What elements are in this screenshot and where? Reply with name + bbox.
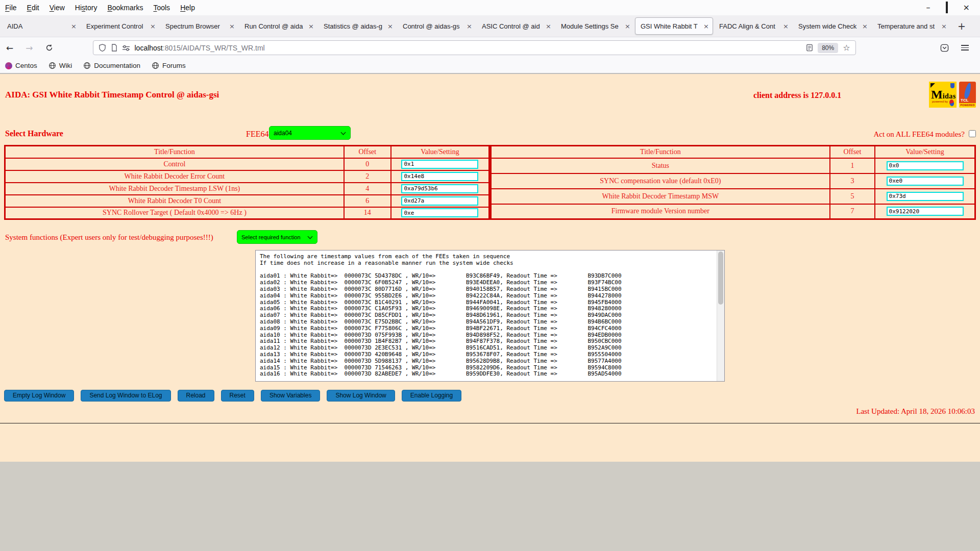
browser-tab[interactable]: ASIC Control @ aid ×: [477, 17, 555, 35]
select-hardware-label: Select Hardware: [5, 129, 63, 138]
tcl-logo-word: TCL: [961, 98, 969, 103]
tab-close-icon[interactable]: ×: [780, 22, 789, 30]
register-value-input[interactable]: [401, 196, 478, 206]
control-button[interactable]: Enable Logging: [402, 390, 461, 402]
browser-tab[interactable]: Statistics @ aidas-g ×: [318, 17, 397, 35]
register-value-input[interactable]: [401, 160, 478, 169]
midas-logo[interactable]: Midas powered by: [929, 82, 957, 108]
tcl-powered-logo[interactable]: TCL POWERED: [959, 82, 976, 108]
url-bar[interactable]: localhost:8015/AIDA/TS_WR/TS_WR.tml 80% …: [93, 40, 856, 55]
register-row: Status 1: [491, 158, 975, 173]
browser-tab[interactable]: AIDA ×: [2, 17, 80, 35]
tab-close-icon[interactable]: ×: [464, 22, 472, 30]
browser-tab[interactable]: Temperature and st ×: [872, 17, 950, 35]
bookmark-star-icon[interactable]: ☆: [843, 43, 850, 53]
control-button[interactable]: Send Log Window to ELog: [81, 390, 170, 402]
tab-close-icon[interactable]: ×: [939, 22, 947, 30]
toolbar-right: [940, 44, 980, 52]
forward-button[interactable]: →: [19, 43, 39, 53]
fee64-label: FEE64: [246, 130, 268, 139]
control-button[interactable]: Show Variables: [261, 390, 321, 402]
system-functions-select[interactable]: Select required function: [237, 230, 317, 244]
browser-tab[interactable]: Module Settings Se ×: [556, 17, 634, 35]
fee64-select[interactable]: aida04: [269, 126, 351, 140]
tracking-shield-icon[interactable]: [99, 44, 106, 52]
window-controls: – ×: [926, 4, 980, 12]
menu-item[interactable]: Tools: [148, 0, 175, 15]
register-value-input[interactable]: [887, 192, 964, 201]
bookmark-item[interactable]: Forums: [152, 62, 186, 69]
register-value-input[interactable]: [401, 208, 478, 217]
browser-tab[interactable]: Spectrum Browser ×: [160, 17, 238, 35]
bookmark-label: Centos: [15, 62, 37, 69]
globe-icon: [152, 62, 159, 69]
reload-button[interactable]: [39, 44, 59, 52]
menu-item[interactable]: Edit: [22, 0, 44, 15]
control-button[interactable]: Reload: [178, 390, 214, 402]
register-title: White Rabbit Decoder T0 Count: [5, 195, 344, 207]
register-offset: 2: [344, 170, 391, 183]
register-title: SYNC Rollover Target ( Default 0x4000 =>…: [5, 207, 344, 219]
menu-item[interactable]: History: [70, 0, 103, 15]
tab-close-icon[interactable]: ×: [860, 22, 868, 30]
url-text[interactable]: localhost:8015/AIDA/TS_WR/TS_WR.tml: [135, 44, 265, 52]
register-value-input[interactable]: [401, 172, 478, 181]
new-tab-button[interactable]: +: [951, 20, 972, 32]
maximize-button[interactable]: [946, 4, 948, 12]
browser-tab[interactable]: Run Control @ aida ×: [239, 17, 317, 35]
control-button[interactable]: Empty Log Window: [4, 390, 74, 402]
bookmarks-toolbar: Centos Wiki Documentation For: [0, 58, 980, 74]
tab-close-icon[interactable]: ×: [306, 22, 314, 30]
act-on-all-checkbox[interactable]: [969, 130, 976, 137]
browser-tab[interactable]: FADC Align & Cont ×: [714, 17, 792, 35]
browser-window: FileEditViewHistoryBookmarksToolsHelp – …: [0, 0, 980, 462]
register-value-input[interactable]: [401, 184, 478, 193]
bookmark-item[interactable]: Centos: [5, 62, 37, 69]
column-header: Value/Setting: [391, 146, 489, 158]
log-scrollbar: [717, 251, 724, 381]
bookmark-item[interactable]: Documentation: [83, 62, 140, 69]
minimize-button[interactable]: –: [926, 4, 930, 12]
menu-item[interactable]: File: [0, 0, 22, 15]
control-button[interactable]: Show Log Window: [327, 390, 395, 402]
menu-item[interactable]: View: [44, 0, 70, 15]
register-offset: 6: [344, 195, 391, 207]
tab-close-icon[interactable]: ×: [543, 22, 551, 30]
menu-item[interactable]: Bookmarks: [102, 0, 148, 15]
tcl-powered-strip: POWERED: [959, 103, 976, 108]
back-button[interactable]: ←: [0, 43, 19, 53]
page-info-icon[interactable]: [111, 44, 117, 52]
pocket-icon[interactable]: [940, 44, 949, 52]
browser-tab[interactable]: Experiment Control ×: [81, 17, 159, 35]
tab-close-icon[interactable]: ×: [701, 22, 709, 30]
permissions-icon[interactable]: [122, 44, 130, 52]
tab-close-icon[interactable]: ×: [227, 22, 235, 30]
log-scrollbar-thumb[interactable]: [718, 252, 723, 305]
register-offset: 1: [830, 158, 875, 173]
url-path: :8015/AIDA/TS_WR/TS_WR.tml: [163, 44, 265, 52]
tab-close-icon[interactable]: ×: [385, 22, 393, 30]
globe-icon: [48, 62, 56, 69]
browser-tab[interactable]: Control @ aidas-gs ×: [398, 17, 476, 35]
register-value-input[interactable]: [887, 207, 964, 216]
zoom-indicator[interactable]: 80%: [818, 43, 838, 53]
page-content: AIDA: GSI White Rabbit Timestamp Control…: [0, 75, 980, 462]
tab-close-icon[interactable]: ×: [622, 22, 630, 30]
bookmark-item[interactable]: Wiki: [48, 62, 72, 69]
browser-tab[interactable]: GSI White Rabbit T ×: [635, 17, 713, 35]
register-title: White Rabbit Decoder Timestamp LSW (1ns): [5, 183, 344, 195]
last-updated: Last Updated: April 18, 2026 10:06:03: [856, 407, 975, 416]
tab-title: GSI White Rabbit T: [641, 22, 701, 30]
log-textarea[interactable]: The following are timestamp values from …: [256, 251, 724, 381]
tab-close-icon[interactable]: ×: [148, 22, 156, 30]
close-button[interactable]: ×: [963, 4, 970, 12]
reader-mode-icon[interactable]: [806, 44, 813, 52]
menu-hamburger-icon[interactable]: [961, 45, 969, 51]
tab-close-icon[interactable]: ×: [68, 22, 77, 30]
control-button[interactable]: Reset: [221, 390, 254, 402]
browser-tab[interactable]: System wide Check ×: [793, 17, 871, 35]
menu-item[interactable]: Help: [175, 0, 200, 15]
register-value-input[interactable]: [887, 177, 964, 186]
register-value-input[interactable]: [887, 161, 964, 170]
register-offset: 4: [344, 183, 391, 195]
